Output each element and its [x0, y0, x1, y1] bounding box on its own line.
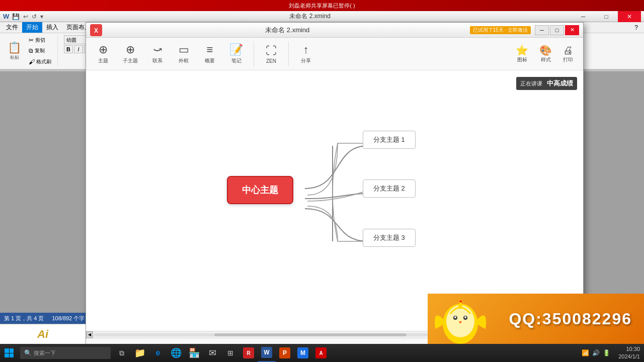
svg-text:X: X — [94, 27, 98, 34]
add-note-btn[interactable]: 📝 笔记 — [225, 41, 248, 67]
search-text: 搜索一下 — [34, 349, 56, 357]
copy-icon: ⧉ — [29, 47, 33, 54]
word-maximize-btn[interactable]: □ — [595, 11, 618, 22]
summary-label: 概要 — [205, 57, 215, 64]
add-topic-btn[interactable]: ⊕ 主题 — [92, 41, 114, 67]
h-scroll-thumb[interactable] — [214, 333, 407, 336]
zen-btn[interactable]: ⛶ ZEN — [260, 42, 282, 66]
screen-share-bar: 刘磊老师共享屏幕已暂停( ) — [0, 0, 644, 11]
add-relation-btn[interactable]: ⤻ 联系 — [146, 41, 169, 67]
add-subtopic-icon: ⊕ — [126, 43, 135, 56]
print-icon: 🖨 — [563, 45, 573, 56]
word-logo: W — [3, 13, 9, 20]
menu-file[interactable]: 文件 — [2, 22, 22, 33]
icon-panel-btn[interactable]: ⭐ 图标 — [512, 42, 532, 65]
page-info: 第 1 页，共 4 页 — [4, 315, 44, 322]
icon-panel-icon: ⭐ — [516, 44, 528, 56]
note-icon: 📝 — [229, 43, 243, 56]
redo-btn[interactable]: ↺ — [31, 13, 38, 20]
tooltip-text: 正在讲课 — [520, 80, 542, 86]
format-icon: 🖌 — [29, 58, 35, 65]
xmind-logo: X — [90, 24, 102, 36]
branch-topic-3[interactable]: 分支主题 3 — [363, 229, 416, 247]
share-label: 分享 — [301, 57, 311, 64]
clock[interactable]: 10:30 2024/1/1 — [614, 345, 644, 361]
firefox-btn[interactable]: 🌐 — [167, 344, 185, 362]
menu-help[interactable]: ? — [630, 23, 642, 32]
systray-area[interactable]: 📶 🔊 🔋 — [578, 349, 614, 356]
word-window-title: 未命名 2.xmind — [48, 12, 572, 21]
save-btn[interactable]: 💾 — [11, 13, 21, 20]
mail-btn[interactable]: ✉ — [203, 344, 221, 362]
canvas-inner[interactable]: 中心主题 分支主题 1 分支主题 2 分支主题 3 — [86, 70, 583, 331]
app-red2-btn[interactable]: A — [312, 344, 330, 362]
calculator-btn[interactable]: ⊞ — [221, 344, 239, 362]
add-subtopic-label: 子主题 — [123, 57, 138, 64]
format-painter-btn[interactable]: 🖌 格式刷 — [27, 57, 53, 66]
branch-topic-2[interactable]: 分支主题 2 — [363, 179, 416, 198]
ribbon-right-group: ⭐ 图标 🎨 样式 🖨 打印 — [512, 42, 577, 65]
powerpoint-taskbar-btn[interactable]: P — [276, 344, 294, 362]
store-btn[interactable]: 🏪 — [185, 344, 203, 362]
svg-point-6 — [454, 316, 456, 318]
word-close-btn[interactable]: ✕ — [618, 11, 641, 22]
scroll-left-btn[interactable]: ◀ — [86, 331, 93, 338]
scissors-icon: ✂ — [29, 37, 34, 44]
task-view-btn[interactable]: ⧉ — [113, 344, 131, 362]
customize-btn[interactable]: ▾ — [39, 13, 44, 20]
xmind-canvas: 中心主题 分支主题 1 分支主题 2 分支主题 3 — [86, 70, 583, 331]
xmind-close-btn[interactable]: ✕ — [565, 25, 579, 35]
screen-share-text: 刘磊老师共享屏幕已暂停( ) — [289, 2, 355, 10]
copy-label: 复制 — [35, 47, 45, 54]
start-button[interactable] — [0, 344, 18, 362]
ribbon-clipboard-group: 📋 粘贴 ✂ 剪切 ⧉ 复制 🖌 格式刷 — [4, 35, 58, 67]
branch3-text: 分支主题 3 — [373, 234, 405, 241]
undo-btn[interactable]: ↩ — [22, 13, 29, 20]
add-topic-icon: ⊕ — [99, 43, 108, 56]
word-taskbar-btn[interactable]: W — [258, 344, 276, 362]
xmind-taskbar-btn[interactable]: M — [294, 344, 312, 362]
app-red1-btn[interactable]: R — [239, 344, 258, 362]
print-btn[interactable]: 🖨 打印 — [559, 43, 577, 65]
share-btn[interactable]: ↑ 分享 — [295, 41, 317, 67]
xmind-maximize-btn[interactable]: □ — [550, 25, 564, 35]
taskbar-search[interactable]: 🔍 搜索一下 — [20, 347, 111, 359]
network-icon: 📶 — [582, 349, 589, 356]
edge-btn[interactable]: e — [149, 344, 167, 362]
copy-btn[interactable]: ⧉ 复制 — [27, 46, 53, 55]
xmind-minimize-btn[interactable]: ─ — [535, 25, 549, 35]
relation-label: 联系 — [152, 57, 163, 64]
share-icon: ↑ — [303, 43, 309, 56]
xmind-trial-btn[interactable]: 已试用了15天 · 立即激活 — [470, 26, 531, 34]
word-count: 108/892 个字 — [52, 315, 85, 322]
central-topic[interactable]: 中心主题 — [227, 176, 293, 204]
word-minimize-btn[interactable]: ─ — [572, 11, 595, 22]
svg-point-7 — [464, 316, 466, 318]
note-label: 笔记 — [231, 57, 242, 64]
style-panel-label: 样式 — [541, 56, 551, 63]
boundary-label: 外框 — [179, 57, 189, 64]
central-topic-text: 中心主题 — [242, 185, 278, 195]
branch2-text: 分支主题 2 — [373, 185, 405, 192]
zen-icon: ⛶ — [266, 44, 277, 57]
file-explorer-btn[interactable]: 📁 — [131, 344, 149, 362]
cut-btn[interactable]: ✂ 剪切 — [27, 36, 53, 45]
mascot: ★ — [428, 294, 493, 344]
bold-btn[interactable]: B — [64, 45, 73, 53]
summary-icon: ≡ — [207, 43, 213, 56]
search-icon: 🔍 — [24, 349, 32, 356]
paste-label: 粘贴 — [10, 54, 19, 61]
branch1-text: 分支主题 1 — [373, 136, 405, 143]
menu-home[interactable]: 开始 — [22, 22, 42, 33]
branch-topic-1[interactable]: 分支主题 1 — [363, 131, 416, 149]
add-subtopic-btn[interactable]: ⊕ 子主题 — [118, 41, 142, 67]
add-summary-btn[interactable]: ≡ 概要 — [199, 41, 221, 67]
battery-icon: 🔋 — [603, 349, 610, 356]
zen-label: ZEN — [266, 58, 276, 64]
italic-btn[interactable]: I — [74, 45, 83, 53]
menu-insert[interactable]: 插入 — [42, 22, 62, 33]
add-boundary-btn[interactable]: ▭ 外框 — [173, 41, 195, 67]
paste-btn[interactable]: 📋 粘贴 — [4, 35, 25, 67]
svg-text:★: ★ — [459, 299, 462, 304]
style-panel-btn[interactable]: 🎨 样式 — [535, 42, 556, 65]
